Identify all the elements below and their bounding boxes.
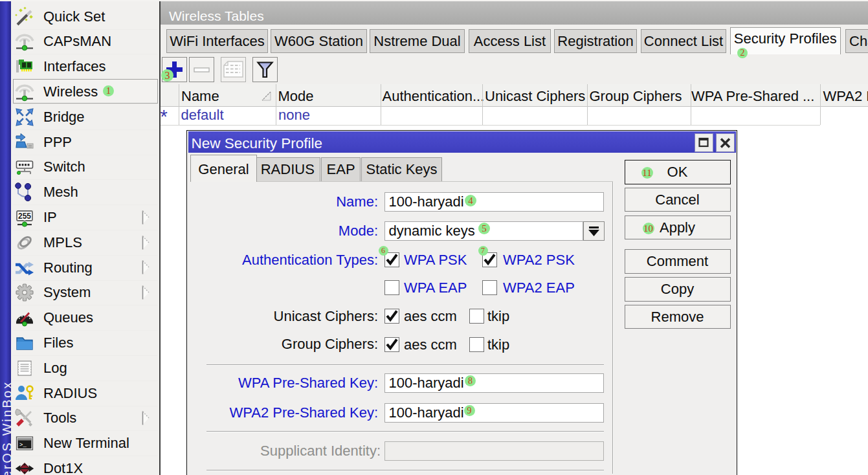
svg-text:>_: >_ xyxy=(19,442,27,448)
svg-text:255: 255 xyxy=(18,212,31,221)
